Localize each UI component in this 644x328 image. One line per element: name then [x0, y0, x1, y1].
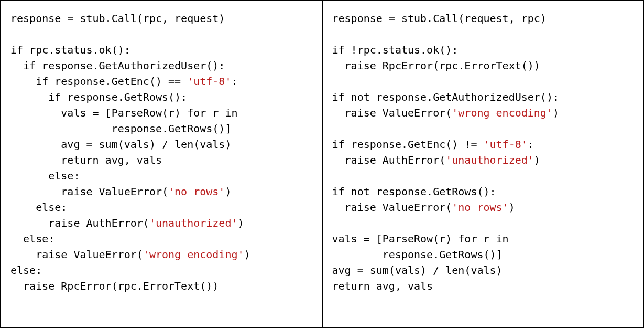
- string-literal: 'unauthorized': [149, 217, 238, 229]
- code-line: raise ValueError('wrong encoding'): [10, 248, 250, 261]
- code-line: if not response.GetAuthorizedUser():: [332, 91, 559, 103]
- code-line: raise AuthError('unauthorized'): [332, 154, 540, 166]
- string-literal: 'unauthorized': [445, 154, 534, 166]
- string-literal: 'utf-8': [483, 138, 527, 151]
- code-line: raise ValueError('no rows'): [332, 201, 515, 214]
- code-comparison-container: response = stub.Call(rpc, request) if rp…: [0, 0, 644, 328]
- code-line: return avg, vals: [10, 154, 162, 166]
- string-literal: 'utf-8': [187, 75, 231, 88]
- left-code-block: response = stub.Call(rpc, request) if rp…: [10, 10, 315, 294]
- code-line: raise RpcError(rpc.ErrorText()): [332, 59, 540, 72]
- code-line: response = stub.Call(rpc, request): [10, 12, 225, 25]
- code-line: else:: [10, 232, 54, 245]
- code-line: if response.GetAuthorizedUser():: [10, 59, 225, 72]
- right-code-block: response = stub.Call(request, rpc) if !r…: [332, 10, 637, 294]
- code-line: if !rpc.status.ok():: [332, 44, 459, 56]
- code-line: raise RpcError(rpc.ErrorText()): [10, 280, 219, 292]
- code-line: avg = sum(vals) / len(vals): [10, 138, 231, 151]
- left-code-pane: response = stub.Call(rpc, request) if rp…: [1, 1, 323, 327]
- code-line: raise ValueError('wrong encoding'): [332, 107, 559, 119]
- code-line: response = stub.Call(request, rpc): [332, 12, 547, 25]
- code-line: if response.GetEnc() == 'utf-8':: [10, 75, 238, 88]
- code-line: if rpc.status.ok():: [10, 44, 130, 56]
- right-code-pane: response = stub.Call(request, rpc) if !r…: [323, 1, 643, 327]
- code-line: else:: [10, 264, 42, 277]
- code-line: vals = [ParseRow(r) for r in: [10, 107, 237, 119]
- string-literal: 'no rows': [452, 201, 508, 214]
- string-literal: 'wrong encoding': [452, 107, 553, 119]
- code-line: else:: [10, 170, 80, 182]
- code-line: response.GetRows()]: [332, 248, 503, 261]
- code-line: response.GetRows()]: [10, 122, 231, 135]
- code-line: if response.GetEnc() != 'utf-8':: [332, 138, 534, 151]
- string-literal: 'wrong encoding': [143, 248, 244, 261]
- code-line: avg = sum(vals) / len(vals): [332, 264, 503, 277]
- code-line: else:: [10, 201, 67, 214]
- string-literal: 'no rows': [168, 185, 225, 198]
- code-line: if not response.GetRows():: [332, 185, 496, 198]
- code-line: raise AuthError('unauthorized'): [10, 217, 244, 229]
- code-line: return avg, vals: [332, 280, 433, 292]
- code-line: if response.GetRows():: [10, 91, 187, 103]
- code-line: vals = [ParseRow(r) for r in: [332, 232, 509, 245]
- code-line: raise ValueError('no rows'): [10, 185, 231, 198]
